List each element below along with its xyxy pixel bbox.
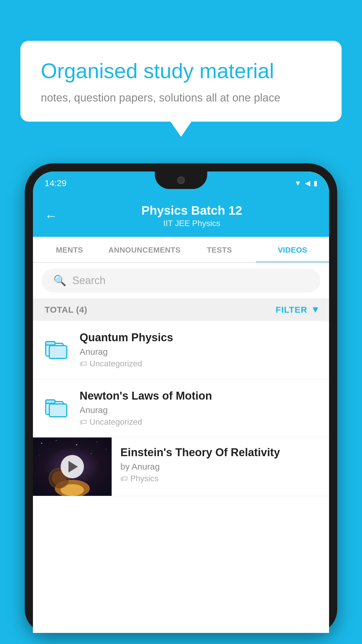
folder-icon — [45, 336, 68, 363]
speech-bubble-heading: Organised study material — [41, 58, 321, 83]
phone-notch — [155, 172, 207, 189]
svg-rect-1 — [46, 342, 55, 345]
tab-announcements[interactable]: ANNOUNCEMENTS — [106, 237, 183, 262]
tag-icon: 🏷 — [80, 418, 87, 427]
svg-point-9 — [97, 442, 98, 442]
phone-mockup: 14:29 ▼ ◀ ▮ ← Physics Batch 12 IIT JEE P… — [25, 163, 337, 644]
video-info: Einstein's Theory Of Relativity by Anura… — [112, 438, 329, 492]
video-tag: 🏷 Physics — [120, 474, 320, 483]
svg-point-11 — [38, 455, 39, 455]
status-time: 14:29 — [45, 178, 66, 188]
svg-point-10 — [106, 449, 106, 449]
phone-outer-frame: 14:29 ▼ ◀ ▮ ← Physics Batch 12 IIT JEE P… — [25, 163, 337, 633]
video-tag: 🏷 Uncategorized — [80, 417, 320, 427]
video-title: Newton's Laws of Motion — [80, 390, 320, 402]
play-button[interactable] — [61, 455, 84, 478]
list-item[interactable]: Einstein's Theory Of Relativity by Anura… — [33, 438, 329, 496]
video-author: by Anurag — [120, 462, 320, 472]
video-info: Newton's Laws of Motion Anurag 🏷 Uncateg… — [80, 390, 320, 427]
search-bar[interactable]: 🔍 Search — [42, 269, 320, 293]
video-icon-container — [42, 336, 71, 363]
folder-icon — [45, 395, 68, 422]
back-button[interactable]: ← — [45, 209, 57, 223]
battery-icon: ▮ — [314, 179, 317, 187]
tag-label: Uncategorized — [89, 417, 142, 427]
header-title-section: Physics Batch 12 IIT JEE Physics — [66, 204, 317, 228]
video-author: Anurag — [80, 405, 320, 415]
speech-bubble-container: Organised study material notes, question… — [20, 41, 342, 122]
header-title: Physics Batch 12 — [141, 204, 242, 218]
search-icon: 🔍 — [53, 274, 66, 287]
svg-point-13 — [62, 450, 62, 451]
speech-bubble-subtext: notes, question papers, solutions all at… — [41, 92, 321, 104]
tab-tests[interactable]: TESTS — [183, 237, 256, 262]
search-placeholder: Search — [72, 274, 106, 287]
wifi-icon: ▼ — [294, 179, 301, 187]
filter-button[interactable]: FILTER ▼ — [276, 304, 320, 315]
svg-point-7 — [56, 440, 57, 441]
app-header: ← Physics Batch 12 IIT JEE Physics — [33, 195, 329, 237]
signal-icon: ◀ — [305, 179, 310, 187]
tag-icon: 🏷 — [120, 474, 128, 483]
tabs-container: MENTS ANNOUNCEMENTS TESTS VIDEOS — [33, 237, 329, 263]
status-icons: ▼ ◀ ▮ — [294, 179, 317, 187]
phone-camera — [177, 176, 185, 184]
video-thumbnail — [33, 438, 112, 496]
svg-rect-2 — [49, 346, 67, 358]
tab-ments[interactable]: MENTS — [33, 237, 106, 262]
total-count: TOTAL (4) — [45, 305, 87, 315]
video-icon-container — [42, 395, 71, 422]
tag-label: Physics — [130, 474, 158, 483]
speech-bubble: Organised study material notes, question… — [20, 41, 342, 122]
tab-videos[interactable]: VIDEOS — [256, 237, 329, 262]
thumbnail-background — [33, 438, 112, 496]
video-title: Einstein's Theory Of Relativity — [120, 446, 320, 459]
filter-bar: TOTAL (4) FILTER ▼ — [33, 298, 329, 321]
video-author: Anurag — [80, 347, 320, 357]
content-area: Quantum Physics Anurag 🏷 Uncategorized — [33, 321, 329, 633]
list-item[interactable]: Quantum Physics Anurag 🏷 Uncategorized — [33, 321, 329, 379]
svg-rect-5 — [49, 404, 67, 417]
video-info: Quantum Physics Anurag 🏷 Uncategorized — [80, 331, 320, 368]
tag-icon: 🏷 — [80, 359, 87, 368]
filter-label: FILTER — [276, 305, 307, 315]
list-item[interactable]: Newton's Laws of Motion Anurag 🏷 Uncateg… — [33, 379, 329, 438]
video-tag: 🏷 Uncategorized — [80, 359, 320, 368]
filter-icon: ▼ — [311, 304, 320, 315]
video-title: Quantum Physics — [80, 331, 320, 344]
app-screen: 14:29 ▼ ◀ ▮ ← Physics Batch 12 IIT JEE P… — [33, 172, 329, 633]
header-subtitle: IIT JEE Physics — [163, 219, 220, 228]
svg-point-12 — [91, 453, 92, 454]
svg-point-8 — [76, 444, 77, 445]
search-container: 🔍 Search — [33, 263, 329, 298]
play-triangle-icon — [68, 461, 78, 473]
svg-point-6 — [41, 443, 42, 444]
svg-rect-4 — [46, 400, 55, 403]
status-bar: 14:29 ▼ ◀ ▮ — [33, 172, 329, 195]
tag-label: Uncategorized — [89, 359, 142, 368]
